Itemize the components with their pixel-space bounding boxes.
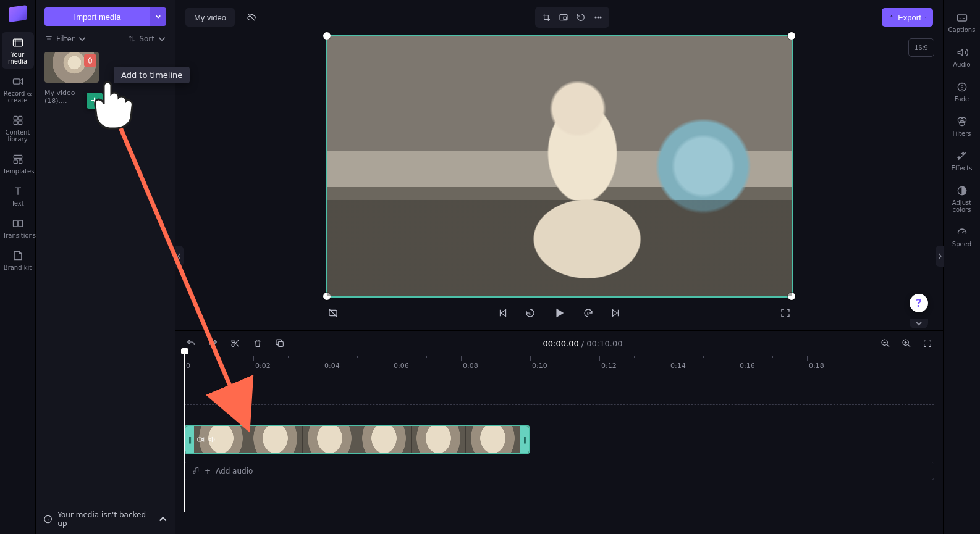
contrast-icon — [947, 184, 978, 198]
split-button[interactable] — [229, 336, 242, 350]
rail-library[interactable]: Content library — [2, 110, 34, 146]
resize-handle[interactable] — [788, 293, 795, 300]
skip-end-button[interactable] — [608, 306, 623, 320]
tooltip: Add to timeline — [114, 67, 190, 83]
rail-label: Fade — [947, 96, 978, 102]
rail-label: Templates — [3, 168, 33, 175]
rail-label: Audio — [947, 61, 978, 68]
forward-button[interactable]: 5 — [581, 306, 596, 320]
svg-rect-0 — [13, 39, 22, 46]
trash-icon — [253, 338, 263, 348]
import-dropdown-button[interactable] — [150, 7, 166, 26]
expand-panel-button[interactable] — [910, 319, 928, 328]
skip-start-button[interactable] — [496, 306, 510, 320]
svg-rect-6 — [14, 155, 22, 158]
import-media-button[interactable]: Import media — [44, 7, 150, 26]
cloud-off-button[interactable] — [241, 8, 262, 27]
remove-background-button[interactable] — [326, 306, 340, 320]
crop-button[interactable] — [538, 9, 555, 25]
library-icon — [3, 114, 33, 127]
rail-transitions[interactable]: Transitions — [2, 213, 34, 243]
add-audio-track[interactable]: + Add audio — [184, 462, 934, 480]
rail-label: Content library — [3, 129, 33, 143]
resize-handle[interactable] — [788, 32, 795, 40]
zoom-out-icon — [881, 338, 890, 348]
clip-trim-right[interactable]: || — [520, 426, 529, 453]
clip-trim-left[interactable]: || — [185, 426, 194, 453]
pip-icon — [559, 12, 568, 22]
rail-label: Your media — [3, 51, 33, 65]
play-button[interactable] — [550, 304, 568, 322]
svg-rect-25 — [198, 438, 202, 441]
rewind-button[interactable]: 5 — [523, 306, 538, 320]
rail-captions[interactable]: Captions — [945, 6, 979, 38]
rail-your-media[interactable]: Your media — [2, 32, 34, 69]
sort-button[interactable]: Sort — [127, 35, 166, 43]
svg-rect-8 — [19, 160, 22, 164]
fullscreen-button[interactable] — [778, 306, 793, 320]
help-button[interactable]: ? — [910, 294, 928, 312]
rail-record[interactable]: Record & create — [2, 71, 34, 107]
rail-brand[interactable]: Brand kit — [2, 245, 34, 275]
effects-icon — [947, 149, 978, 163]
film-icon — [3, 36, 33, 49]
rotate-button[interactable] — [572, 9, 589, 25]
cloud-off-icon — [247, 12, 256, 22]
skip-back-icon — [497, 307, 509, 319]
resize-handle[interactable] — [323, 293, 331, 300]
timeline-toolbar: 00:00.00 / 00:10.00 — [175, 331, 943, 356]
svg-point-16 — [600, 17, 601, 18]
delete-button[interactable] — [251, 336, 264, 350]
collapse-left-panel[interactable] — [175, 246, 184, 267]
export-button[interactable]: Export — [882, 8, 933, 27]
rail-effects[interactable]: Effects — [945, 144, 979, 177]
timeline-tracks[interactable]: My video (18).mp4 || || + Add audio — [184, 382, 934, 534]
svg-rect-7 — [14, 160, 17, 164]
rail-fade[interactable]: Fade — [945, 75, 979, 107]
frame-off-icon — [327, 307, 339, 319]
fit-button[interactable] — [921, 336, 934, 350]
rail-colors[interactable]: Adjust colors — [945, 179, 979, 218]
media-thumbnail[interactable]: + My video (18).... — [44, 52, 99, 105]
center-area: My video Export — [175, 0, 943, 534]
brand-icon — [3, 249, 33, 262]
rail-filters[interactable]: Filters — [945, 110, 979, 142]
upload-icon — [889, 15, 894, 20]
rail-label: Record & create — [3, 90, 33, 104]
svg-point-14 — [595, 17, 596, 18]
crop-icon — [541, 12, 551, 22]
filter-button[interactable]: Filter — [44, 35, 87, 43]
fullscreen-icon — [780, 307, 791, 319]
timeline-clip[interactable]: My video (18).mp4 || || — [184, 425, 530, 454]
play-icon — [552, 306, 566, 320]
rail-speed[interactable]: Speed — [945, 220, 979, 252]
project-title[interactable]: My video — [185, 8, 235, 27]
backup-bar[interactable]: Your media isn't backed up — [36, 504, 175, 534]
add-to-timeline-button[interactable]: + — [87, 93, 103, 109]
pip-button[interactable] — [555, 9, 572, 25]
playhead[interactable] — [184, 352, 185, 512]
rail-templates[interactable]: Templates — [2, 149, 34, 178]
redo-button[interactable] — [206, 336, 220, 350]
rewind-icon: 5 — [525, 307, 536, 319]
rail-audio[interactable]: Audio — [945, 41, 979, 73]
video-preview[interactable] — [326, 35, 793, 298]
sort-label: Sort — [139, 35, 154, 43]
delete-media-button[interactable] — [84, 54, 96, 67]
templates-icon — [3, 152, 33, 166]
svg-text:5: 5 — [587, 312, 589, 315]
rail-text[interactable]: Text — [2, 181, 34, 211]
zoom-in-icon — [902, 338, 911, 348]
timeline-ruler[interactable]: 00:020:040:060:080:100:120:140:160:18 — [184, 356, 934, 370]
rail-label: Brand kit — [3, 264, 33, 271]
more-button[interactable] — [589, 9, 607, 25]
more-icon — [593, 12, 603, 22]
zoom-in-button[interactable] — [900, 336, 913, 350]
plus-icon: + — [90, 95, 99, 106]
chevron-down-icon — [158, 35, 166, 43]
collapse-right-panel[interactable] — [936, 246, 944, 267]
zoom-out-button[interactable] — [879, 336, 892, 350]
resize-handle[interactable] — [323, 32, 331, 40]
chevron-down-icon — [155, 14, 161, 20]
duplicate-button[interactable] — [273, 336, 287, 350]
